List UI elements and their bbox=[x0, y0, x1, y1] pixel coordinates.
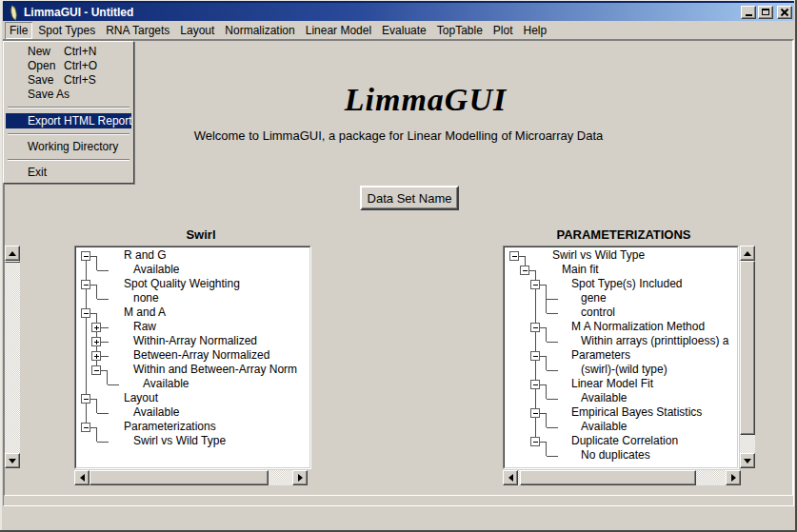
menu-normalization[interactable]: Normalization bbox=[220, 22, 299, 39]
scroll-left-button[interactable] bbox=[74, 470, 90, 485]
menu-separator bbox=[8, 133, 130, 135]
scroll-left-button[interactable] bbox=[503, 470, 518, 485]
menu-linear-model[interactable]: Linear Model bbox=[301, 22, 376, 39]
collapse-box-icon[interactable] bbox=[531, 351, 540, 360]
collapse-box-icon[interactable] bbox=[82, 308, 90, 317]
tree-node-parameterizations[interactable]: Parameterizations bbox=[124, 420, 216, 434]
tree-node-available[interactable]: Available bbox=[133, 263, 179, 277]
menu-item-label: Open bbox=[28, 59, 55, 72]
menu-separator bbox=[8, 159, 130, 161]
parameterizations-tree-listbox: Swirl vs Wild TypeMain fitSpot Type(s) I… bbox=[503, 246, 739, 469]
collapse-box-icon[interactable] bbox=[82, 423, 90, 431]
close-button[interactable] bbox=[777, 6, 792, 19]
file-menu-item-save[interactable]: SaveCtrl+S bbox=[6, 73, 131, 88]
file-menu-item-open[interactable]: OpenCtrl+O bbox=[6, 59, 131, 73]
tree-node-r-and-g[interactable]: R and G bbox=[124, 248, 167, 263]
file-menu-item-save-as[interactable]: Save As bbox=[6, 88, 131, 102]
tree-node-none[interactable]: none bbox=[133, 291, 159, 305]
tree-node-m-and-a[interactable]: M and A bbox=[124, 305, 166, 320]
listbox-inner-border: R and GAvailableSpot Quality Weightingno… bbox=[75, 246, 310, 468]
tree-node-within-arrays-printtiploess-a[interactable]: Within arrays (printtiploess) a bbox=[581, 334, 728, 348]
tree-node-raw[interactable]: Raw bbox=[133, 320, 156, 334]
tree-node-main-fit[interactable]: Main fit bbox=[562, 263, 599, 277]
collapse-box-icon[interactable] bbox=[510, 251, 519, 260]
arrow-up-icon bbox=[9, 251, 16, 256]
window-title: LimmaGUI - Untitled bbox=[24, 6, 739, 19]
tree-node-parameters[interactable]: Parameters bbox=[571, 348, 630, 363]
maximize-icon bbox=[762, 9, 769, 15]
tree-node-duplicate-correlation[interactable]: Duplicate Correlation bbox=[571, 434, 678, 448]
scroll-down-button[interactable] bbox=[740, 453, 755, 468]
collapse-box-icon[interactable] bbox=[531, 437, 540, 445]
collapse-box-icon[interactable] bbox=[521, 266, 529, 274]
scroll-right-button[interactable] bbox=[292, 470, 308, 485]
tree-swirl[interactable]: R and GAvailableSpot Quality Weightingno… bbox=[76, 247, 309, 467]
collapse-box-icon[interactable] bbox=[82, 251, 90, 260]
scroll-right-button[interactable] bbox=[726, 470, 741, 485]
parameterizations-horizontal-scrollbar[interactable] bbox=[503, 470, 741, 485]
tree-node-spot-type-s-included[interactable]: Spot Type(s) Included bbox=[571, 277, 683, 291]
expand-box-icon[interactable] bbox=[92, 337, 101, 345]
menu-file[interactable]: File bbox=[5, 22, 32, 39]
menu-help[interactable]: Help bbox=[519, 22, 552, 39]
swirl-tree-listbox: R and GAvailableSpot Quality Weightingno… bbox=[74, 246, 311, 469]
collapse-box-icon[interactable] bbox=[82, 394, 90, 403]
tree-node-gene[interactable]: gene bbox=[581, 291, 607, 305]
parameterizations-vertical-scrollbar[interactable] bbox=[740, 246, 755, 468]
scrollbar-thumb[interactable] bbox=[520, 470, 696, 485]
collapse-box-icon[interactable] bbox=[531, 280, 540, 288]
scroll-up-button[interactable] bbox=[740, 246, 755, 261]
tree-node-available[interactable]: Available bbox=[133, 405, 179, 420]
menu-item-label: New bbox=[28, 45, 50, 58]
tree-node-no-duplicates[interactable]: No duplicates bbox=[581, 448, 650, 463]
collapse-box-icon[interactable] bbox=[531, 323, 540, 331]
minimize-button[interactable] bbox=[741, 6, 756, 19]
tree-parameterizations[interactable]: Swirl vs Wild TypeMain fitSpot Type(s) I… bbox=[505, 247, 737, 467]
collapse-box-icon[interactable] bbox=[92, 365, 101, 374]
title-bar[interactable]: LimmaGUI - Untitled bbox=[3, 3, 794, 21]
collapse-box-icon[interactable] bbox=[531, 380, 540, 388]
menu-evaluate[interactable]: Evaluate bbox=[377, 22, 431, 39]
file-menu-item-working-directory[interactable]: Working Directory bbox=[6, 140, 131, 154]
collapse-box-icon[interactable] bbox=[82, 280, 90, 288]
tree-node-within-array-normalized[interactable]: Within-Array Normalized bbox=[133, 334, 257, 348]
tree-node-between-array-normalized[interactable]: Between-Array Normalized bbox=[133, 348, 269, 363]
tree-node-swirl-wild-type[interactable]: (swirl)-(wild type) bbox=[581, 363, 667, 377]
tree-node-available[interactable]: Available bbox=[581, 391, 627, 405]
tree-node-layout[interactable]: Layout bbox=[124, 391, 158, 405]
menu-rna-targets[interactable]: RNA Targets bbox=[101, 22, 174, 39]
scrollbar-thumb[interactable] bbox=[5, 261, 20, 263]
menu-spot-types[interactable]: Spot Types bbox=[33, 22, 100, 39]
scroll-up-button[interactable] bbox=[5, 246, 20, 261]
file-menu-item-exit[interactable]: Exit bbox=[6, 166, 131, 180]
menu-plot[interactable]: Plot bbox=[488, 22, 518, 39]
swirl-vertical-scrollbar[interactable] bbox=[5, 246, 20, 468]
expand-box-icon[interactable] bbox=[92, 351, 101, 360]
tree-node-within-and-between-array-norm[interactable]: Within and Between-Array Norm bbox=[133, 363, 297, 377]
scrollbar-thumb[interactable] bbox=[90, 470, 269, 485]
tree-node-available[interactable]: Available bbox=[581, 420, 627, 434]
tree-node-empirical-bayes-statistics[interactable]: Empirical Bayes Statistics bbox=[571, 405, 702, 420]
maximize-button[interactable] bbox=[758, 6, 773, 19]
expand-box-icon[interactable] bbox=[92, 323, 101, 331]
menu-item-accelerator: Ctrl+S bbox=[64, 73, 96, 88]
menu-toptable[interactable]: TopTable bbox=[432, 22, 488, 39]
file-menu-item-new[interactable]: NewCtrl+N bbox=[6, 45, 131, 59]
scrollbar-thumb[interactable] bbox=[740, 261, 755, 435]
menu-layout[interactable]: Layout bbox=[175, 22, 219, 39]
app-icon-feather[interactable] bbox=[7, 6, 20, 19]
tree-node-available[interactable]: Available bbox=[143, 377, 189, 391]
swirl-horizontal-scrollbar[interactable] bbox=[74, 470, 308, 485]
tree-node-swirl-vs-wild-type[interactable]: Swirl vs Wild Type bbox=[133, 434, 226, 448]
tree-node-spot-quality-weighting[interactable]: Spot Quality Weighting bbox=[124, 277, 240, 291]
menu-item-label: Exit bbox=[28, 166, 47, 179]
tree-node-m-a-normalization-method[interactable]: M A Normalization Method bbox=[571, 320, 705, 334]
tree-node-control[interactable]: control bbox=[581, 305, 615, 320]
file-menu-item-export-html-report[interactable]: Export HTML Report bbox=[6, 113, 131, 128]
tree-node-linear-model-fit[interactable]: Linear Model Fit bbox=[571, 377, 653, 391]
menu-bar: FileSpot TypesRNA TargetsLayoutNormaliza… bbox=[3, 21, 794, 39]
collapse-box-icon[interactable] bbox=[531, 408, 540, 417]
data-set-name-button[interactable]: Data Set Name bbox=[360, 186, 459, 210]
scroll-down-button[interactable] bbox=[5, 453, 20, 468]
tree-node-swirl-vs-wild-type[interactable]: Swirl vs Wild Type bbox=[552, 248, 645, 263]
